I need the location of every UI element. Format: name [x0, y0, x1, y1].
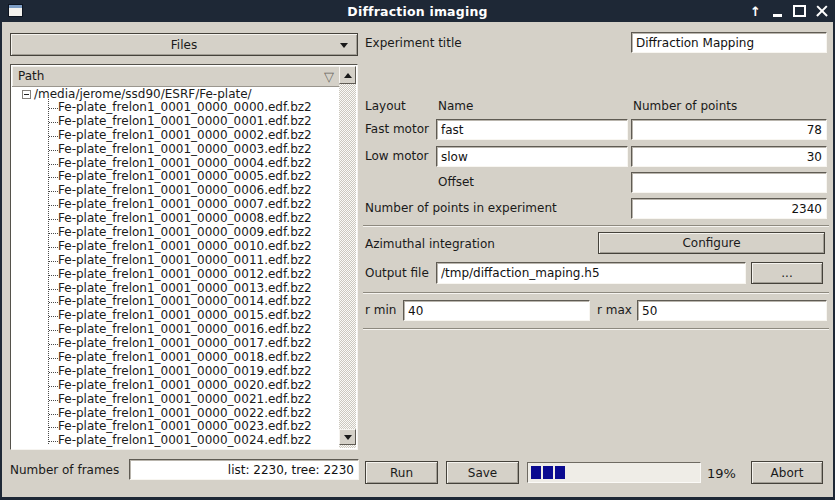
fast-motor-name-input[interactable]: [436, 119, 628, 140]
arrow-down-icon: [344, 435, 352, 440]
abort-button-label: Abort: [771, 466, 804, 480]
run-button-label: Run: [390, 466, 413, 480]
azimuthal-integration-label: Azimuthal integration: [365, 237, 495, 251]
r-min-input[interactable]: [403, 300, 590, 321]
layout-column-header: Layout: [365, 99, 406, 113]
abort-button[interactable]: Abort: [751, 461, 823, 484]
tree-root-label: /media/jerome/ssd90/ESRF/Fe-plate/: [34, 87, 252, 101]
tree-file-item[interactable]: Fe-plate_frelon1_0001_0000_0010.edf.bz2: [12, 240, 341, 254]
run-button[interactable]: Run: [365, 461, 438, 484]
window-content: Files Path ▽ /media/jerome/ssd90/ESRF/Fe…: [2, 22, 833, 497]
save-button-label: Save: [468, 466, 497, 480]
output-file-label: Output file: [365, 266, 429, 280]
low-motor-label: Low motor: [365, 149, 428, 163]
maximize-button[interactable]: [792, 3, 807, 19]
tree-file-item[interactable]: Fe-plate_frelon1_0001_0000_0001.edf.bz2: [12, 115, 341, 129]
progress-bar: [527, 462, 701, 483]
points-column-header: Number of points: [633, 99, 737, 113]
tree-file-item[interactable]: Fe-plate_frelon1_0001_0000_0017.edf.bz2: [12, 337, 341, 351]
separator: [363, 292, 829, 294]
name-column-header: Name: [438, 99, 473, 113]
configure-button[interactable]: Configure: [598, 232, 825, 254]
path-column-header[interactable]: Path ▽: [12, 66, 341, 87]
low-motor-name-input[interactable]: [436, 146, 628, 167]
low-motor-points-input[interactable]: [631, 146, 827, 167]
tree-scrollbar-track[interactable]: [339, 66, 356, 448]
tree-file-item[interactable]: Fe-plate_frelon1_0001_0000_0018.edf.bz2: [12, 351, 341, 365]
fast-motor-label: Fast motor: [365, 122, 429, 136]
files-dropdown-label: Files: [171, 38, 197, 52]
files-dropdown[interactable]: Files: [10, 33, 358, 56]
minimize-icon: [773, 14, 782, 17]
r-max-label: r max: [597, 303, 632, 317]
total-points-label: Number of points in experiment: [365, 201, 557, 215]
tree-file-item[interactable]: Fe-plate_frelon1_0001_0000_0023.edf.bz2: [12, 420, 341, 434]
filter-icon: ▽: [324, 70, 334, 83]
configure-button-label: Configure: [682, 236, 740, 250]
tree-file-item[interactable]: Fe-plate_frelon1_0001_0000_0014.edf.bz2: [12, 295, 341, 309]
tree-file-item[interactable]: Fe-plate_frelon1_0001_0000_0005.edf.bz2: [12, 170, 341, 184]
minimize-button[interactable]: [770, 3, 785, 19]
output-file-input[interactable]: [436, 262, 746, 284]
separator: [363, 225, 829, 227]
collapse-icon[interactable]: [22, 90, 31, 99]
path-header-label: Path: [18, 69, 44, 83]
tree-file-item[interactable]: Fe-plate_frelon1_0001_0000_0004.edf.bz2: [12, 157, 341, 171]
progress-percent-label: 19%: [707, 466, 736, 481]
progress-segment: [543, 466, 553, 479]
tree-file-item[interactable]: Fe-plate_frelon1_0001_0000_0013.edf.bz2: [12, 282, 341, 296]
scroll-up-button[interactable]: [339, 66, 356, 84]
tree-root-item[interactable]: /media/jerome/ssd90/ESRF/Fe-plate/: [12, 87, 341, 101]
tree-file-item[interactable]: Fe-plate_frelon1_0001_0000_0006.edf.bz2: [12, 184, 341, 198]
frames-count-input[interactable]: [129, 459, 359, 480]
shade-arrow-icon: ↑: [750, 5, 761, 18]
progress-segment: [531, 466, 541, 479]
experiment-title-input[interactable]: [631, 32, 827, 53]
total-points-input[interactable]: [631, 198, 827, 219]
file-tree-rows: /media/jerome/ssd90/ESRF/Fe-plate/ Fe-pl…: [12, 87, 341, 448]
separator: [363, 328, 829, 330]
save-button[interactable]: Save: [446, 461, 519, 484]
tree-file-item[interactable]: Fe-plate_frelon1_0001_0000_0002.edf.bz2: [12, 129, 341, 143]
tree-file-item[interactable]: Fe-plate_frelon1_0001_0000_0022.edf.bz2: [12, 407, 341, 421]
shade-button[interactable]: ↑: [748, 3, 763, 19]
tree-file-item[interactable]: Fe-plate_frelon1_0001_0000_0024.edf.bz2: [12, 434, 341, 448]
chevron-down-icon: [340, 43, 348, 48]
maximize-icon: [793, 5, 806, 17]
progress-segment: [555, 466, 565, 479]
scroll-down-button[interactable]: [339, 429, 356, 445]
r-max-input[interactable]: [637, 300, 827, 321]
tree-file-item[interactable]: Fe-plate_frelon1_0001_0000_0007.edf.bz2: [12, 198, 341, 212]
experiment-title-label: Experiment title: [365, 36, 462, 50]
tree-file-item[interactable]: Fe-plate_frelon1_0001_0000_0021.edf.bz2: [12, 393, 341, 407]
titlebar: Diffraction imaging ↑: [0, 0, 835, 22]
tree-file-item[interactable]: Fe-plate_frelon1_0001_0000_0019.edf.bz2: [12, 365, 341, 379]
tree-file-item[interactable]: Fe-plate_frelon1_0001_0000_0000.edf.bz2: [12, 101, 341, 115]
browse-button-label: ...: [781, 266, 792, 280]
tree-file-item[interactable]: Fe-plate_frelon1_0001_0000_0011.edf.bz2: [12, 254, 341, 268]
tree-file-item[interactable]: Fe-plate_frelon1_0001_0000_0020.edf.bz2: [12, 379, 341, 393]
frames-count-label: Number of frames: [10, 463, 119, 477]
offset-label: Offset: [438, 175, 474, 189]
window-title: Diffraction imaging: [0, 4, 835, 19]
app-window: Diffraction imaging ↑ Files Path ▽: [0, 0, 835, 500]
tree-file-item[interactable]: Fe-plate_frelon1_0001_0000_0008.edf.bz2: [12, 212, 341, 226]
arrow-up-icon: [344, 73, 352, 78]
tree-file-item[interactable]: Fe-plate_frelon1_0001_0000_0003.edf.bz2: [12, 143, 341, 157]
offset-input[interactable]: [631, 172, 827, 193]
window-menu-icon[interactable]: [8, 4, 23, 17]
r-min-label: r min: [365, 303, 396, 317]
tree-file-item[interactable]: Fe-plate_frelon1_0001_0000_0015.edf.bz2: [12, 309, 341, 323]
fast-motor-points-input[interactable]: [631, 119, 827, 140]
file-tree: Path ▽ /media/jerome/ssd90/ESRF/Fe-plate…: [10, 64, 358, 450]
close-icon: [816, 5, 828, 17]
close-button[interactable]: [814, 3, 829, 19]
tree-file-item[interactable]: Fe-plate_frelon1_0001_0000_0012.edf.bz2: [12, 268, 341, 282]
browse-button[interactable]: ...: [751, 262, 823, 284]
tree-file-item[interactable]: Fe-plate_frelon1_0001_0000_0009.edf.bz2: [12, 226, 341, 240]
tree-file-item[interactable]: Fe-plate_frelon1_0001_0000_0016.edf.bz2: [12, 323, 341, 337]
